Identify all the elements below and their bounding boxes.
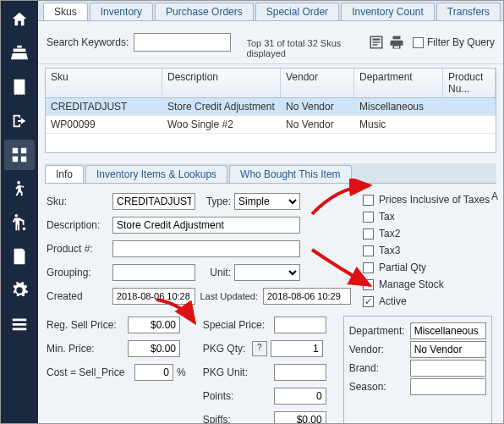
tax3-label: Tax3 — [379, 245, 400, 256]
last-updated-label: Last Updated: — [199, 291, 260, 301]
brand-field[interactable] — [410, 360, 486, 377]
search-toolbar: Search Keywords: Top 31 of total 32 Skus… — [38, 21, 503, 64]
points-field[interactable] — [274, 388, 326, 405]
table-row[interactable]: WP00099 Woo Single #2 No Vendor Music — [46, 116, 496, 134]
report-icon[interactable] — [4, 241, 35, 272]
cell-desc: Woo Single #2 — [162, 116, 281, 133]
reg-price-label: Reg. Sell Price: — [47, 319, 124, 331]
col-department[interactable]: Department — [354, 69, 443, 97]
export-icon[interactable] — [4, 106, 35, 136]
results-summary: Top 31 of total 32 Skus displayed — [238, 26, 360, 58]
pricing-panel: Reg. Sell Price: Min. Price: Cost = Sell… — [38, 316, 503, 423]
active-checkbox[interactable] — [363, 296, 374, 307]
manage-stock-checkbox[interactable] — [363, 279, 374, 290]
grid-header: Sku Description Vendor Department Produc… — [46, 69, 496, 98]
special-price-field[interactable] — [274, 317, 326, 333]
tab-special-order[interactable]: Special Order — [255, 3, 339, 20]
search-label: Search Keywords: — [47, 36, 129, 48]
unit-select[interactable] — [234, 264, 300, 281]
season-field[interactable] — [410, 378, 486, 395]
home-icon[interactable] — [4, 4, 35, 35]
pkg-qty-field[interactable] — [271, 340, 323, 357]
sku-field[interactable] — [112, 193, 195, 210]
menu-icon[interactable] — [4, 309, 35, 339]
tab-inventory[interactable]: Inventory — [90, 3, 153, 20]
cell-vendor: No Vendor — [281, 116, 354, 133]
tab-skus[interactable]: Skus — [43, 3, 88, 20]
spiffs-field[interactable] — [274, 411, 326, 423]
search-input[interactable] — [134, 33, 231, 52]
created-label: Created — [47, 290, 109, 302]
product-no-label: Product #: — [47, 243, 109, 255]
partial-qty-label: Partial Qty — [379, 262, 426, 273]
right-indicator: A — [491, 190, 498, 202]
walk-icon[interactable] — [4, 173, 35, 204]
department-box: Department: Vendor: Brand: Season: — [343, 316, 492, 423]
description-field[interactable] — [112, 217, 300, 234]
col-vendor[interactable]: Vendor — [281, 69, 354, 97]
vendor-label: Vendor: — [349, 344, 407, 355]
department-field[interactable] — [410, 322, 486, 339]
tax-label: Tax — [379, 211, 395, 223]
cart-person-icon[interactable] — [4, 207, 35, 238]
prices-inclusive-checkbox[interactable] — [363, 195, 374, 206]
tax3-checkbox[interactable] — [363, 245, 374, 256]
pkg-unit-field[interactable] — [274, 364, 326, 381]
module-tabs: Skus Inventory Purchase Orders Special O… — [38, 1, 503, 21]
min-price-label: Min. Price: — [47, 343, 124, 355]
type-select[interactable]: Simple — [234, 193, 300, 210]
description-label: Description: — [47, 219, 109, 231]
tab-inventory-count[interactable]: Inventory Count — [341, 3, 435, 20]
brand-label: Brand: — [349, 362, 407, 374]
tab-transfers[interactable]: Transfers — [436, 3, 501, 20]
season-label: Season: — [349, 381, 407, 393]
unit-label: Unit: — [199, 267, 231, 278]
app-sidebar — [1, 1, 38, 423]
grid-icon[interactable] — [4, 140, 35, 170]
created-field — [112, 288, 195, 305]
type-label: Type: — [199, 195, 231, 207]
tab-info[interactable]: Info — [45, 165, 84, 183]
reg-price-field[interactable] — [128, 317, 180, 333]
receipt-icon[interactable] — [4, 72, 35, 102]
manage-stock-label: Manage Stock — [379, 278, 444, 290]
tab-purchase-orders[interactable]: Purchase Orders — [155, 3, 254, 20]
svg-rect-2 — [372, 41, 380, 43]
cost-label: Cost = Sell_Price — [47, 366, 131, 378]
tax-checkbox[interactable] — [363, 212, 374, 223]
spiffs-label: Spiffs: — [203, 414, 271, 423]
col-product-number[interactable]: Product Nu... — [443, 69, 496, 97]
filter-query-label: Filter By Query — [427, 36, 495, 48]
sku-grid: Sku Description Vendor Department Produc… — [45, 68, 496, 153]
col-sku[interactable]: Sku — [46, 69, 162, 97]
partial-qty-checkbox[interactable] — [363, 262, 374, 273]
cell-prod — [443, 116, 496, 133]
grouping-label: Grouping: — [47, 267, 109, 278]
product-no-field[interactable] — [112, 240, 300, 257]
settings-icon[interactable] — [4, 275, 35, 306]
grouping-field[interactable] — [112, 264, 195, 281]
svg-rect-1 — [372, 39, 380, 41]
points-label: Points: — [203, 390, 271, 402]
pct-suffix: % — [177, 366, 186, 378]
tab-who-bought[interactable]: Who Bought This Item — [229, 165, 352, 183]
last-updated-field — [263, 288, 351, 305]
table-row[interactable]: CREDITADJUST Store Credit Adjustment No … — [46, 98, 496, 116]
main-panel: Skus Inventory Purchase Orders Special O… — [38, 1, 503, 423]
print-icon[interactable] — [387, 33, 406, 52]
filter-query-checkbox[interactable] — [413, 37, 424, 48]
sku-label: Sku: — [47, 195, 109, 207]
col-description[interactable]: Description — [162, 69, 281, 97]
form-view-icon[interactable] — [367, 33, 386, 52]
prices-inclusive-label: Prices Inclusive of Taxes — [379, 194, 490, 206]
tab-inventory-lookups[interactable]: Inventory Items & Lookups — [85, 165, 227, 183]
pkg-qty-help-button[interactable]: ? — [252, 341, 267, 356]
cost-pct-field[interactable] — [134, 364, 173, 381]
flags-panel: Prices Inclusive of Taxes Tax Tax2 Tax3 … — [363, 192, 490, 307]
vendor-field[interactable] — [410, 341, 486, 358]
cell-desc: Store Credit Adjustment — [162, 98, 281, 115]
cell-sku: WP00099 — [46, 116, 162, 133]
min-price-field[interactable] — [128, 340, 180, 357]
register-icon[interactable] — [4, 38, 35, 69]
tax2-checkbox[interactable] — [363, 229, 374, 240]
